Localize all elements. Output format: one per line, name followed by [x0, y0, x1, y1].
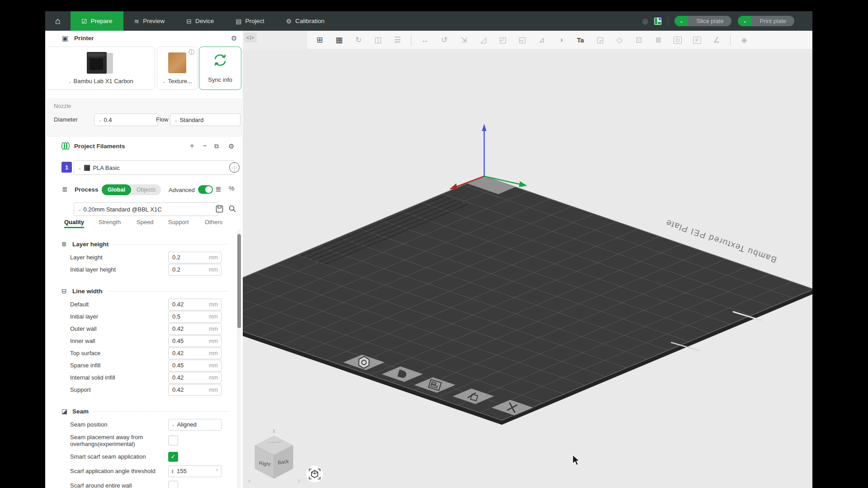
plate-snapshot-button[interactable]	[306, 465, 324, 483]
scope-global[interactable]: Global	[102, 184, 131, 195]
mouse-cursor	[573, 455, 580, 465]
outer-wall-input[interactable]: 0.42mm	[168, 323, 222, 335]
seam-icon: ◪	[61, 408, 72, 415]
layer-height-input[interactable]: 0.2mm	[168, 252, 222, 263]
search-preset-icon[interactable]	[228, 205, 236, 213]
add-filament-button[interactable]: +	[190, 142, 194, 150]
collapse-sidebar-button[interactable]: <|>	[244, 33, 257, 42]
filament-select[interactable]: ⌄ PLA Basic	[74, 160, 235, 175]
top-bar-right: ◎ ⌄ Slice plate ⌄ Print plate	[642, 11, 812, 31]
settings-scrollbar-thumb[interactable]	[237, 234, 241, 328]
scene-3d[interactable]: Bambu Textured PEI PlateRightBackzxy	[243, 31, 812, 488]
text-icon[interactable]: Ta	[575, 34, 586, 46]
setting-row: Seam placement away from overhangs(exper…	[70, 433, 229, 448]
initial-layer-height-input[interactable]: 0.2mm	[168, 264, 222, 276]
setting-row: Initial layer height0.2mm	[70, 263, 229, 276]
support-input[interactable]: 0.42mm	[168, 384, 222, 396]
smart-scarf-seam-application-checkbox[interactable]: ✓	[168, 452, 178, 462]
tab-device[interactable]: ⊟Device	[175, 11, 225, 31]
sidebar: ▣ Printer ⚙ ⌄Bambu Lab X1 Carbon ⓘ ⌄Text…	[45, 31, 243, 488]
scarf-around-entire-wall-checkbox[interactable]	[168, 481, 178, 488]
seam-placement-away-from-overhangs-exper-checkbox[interactable]	[168, 436, 178, 446]
prepare-icon: ☑	[81, 18, 87, 25]
setting-row: Scarf application angle threshold▲▼155°	[70, 465, 229, 477]
setting-row: Inner wall0.45mm	[70, 335, 229, 347]
group-divider	[113, 244, 229, 244]
filament-type-icon	[84, 165, 90, 171]
print-plate-button[interactable]: ⌄ Print plate	[738, 16, 794, 26]
advanced-label: Advanced	[169, 187, 195, 193]
move-icon: ↔	[419, 34, 431, 46]
print-plate-label[interactable]: Print plate	[751, 16, 794, 26]
printer-settings-gear-icon[interactable]: ⚙	[231, 34, 237, 42]
split-plate-icon: ☰	[392, 34, 403, 46]
scale-icon: ⇲	[458, 34, 470, 46]
info-icon[interactable]: ⓘ	[189, 48, 194, 56]
network-status-icon[interactable]: ◎	[642, 17, 648, 25]
tab-others[interactable]: Others	[205, 219, 222, 225]
chevron-down-icon: ⌄	[162, 79, 166, 84]
nozzle-flow-select[interactable]: ⌄Standard	[170, 113, 241, 126]
inner-wall-input[interactable]: 0.45mm	[168, 335, 222, 347]
process-icon: ≣	[62, 185, 68, 193]
objects-table-icon: O	[672, 34, 684, 46]
add-icon[interactable]: ⊞	[314, 34, 326, 46]
printer-section-title: Printer	[74, 35, 94, 42]
build-plate-card[interactable]: ⓘ ⌄Texture...	[157, 47, 198, 90]
compare-preset-icon[interactable]: %	[229, 185, 234, 192]
ams-sync-icon[interactable]: ⧉	[214, 142, 219, 150]
viewport-top-strip: <|> ⊞▦↻◫☰↔↺⇲◿◰◱⊿◑Ta◲◇⊡≣OP∠◈	[243, 31, 812, 50]
chevron-down-icon: ⌄	[68, 79, 71, 84]
build-plate[interactable]: Bambu Textured PEI Plate	[243, 176, 812, 420]
tab-prepare[interactable]: ☑Prepare	[71, 11, 123, 31]
plate-texture-image	[168, 52, 186, 73]
filament-settings-gear-icon[interactable]: ⚙	[228, 142, 234, 150]
scarf-application-angle-threshold-spinner[interactable]: ▲▼155°	[168, 465, 222, 477]
tab-support[interactable]: Support	[168, 219, 189, 225]
save-preset-icon[interactable]	[216, 205, 223, 213]
process-preset-select[interactable]: ⌄ 0.20mm Standard @BBL X1C	[74, 202, 218, 216]
filament-slot-badge[interactable]: 1	[61, 162, 72, 173]
group-header-seam: ◪Seam	[61, 405, 235, 418]
tab-quality[interactable]: Quality	[64, 219, 84, 228]
tab-label: Preview	[143, 18, 165, 24]
tab-speed[interactable]: Speed	[137, 219, 154, 225]
internal-solid-infill-input[interactable]: 0.42mm	[168, 372, 222, 384]
option-list-icon[interactable]: ≣	[215, 185, 221, 193]
seam-position-select[interactable]: ⌄Aligned	[168, 419, 222, 431]
tab-label: Prepare	[91, 18, 113, 24]
add-plate-icon[interactable]: ▦	[333, 34, 345, 46]
default-input[interactable]: 0.42mm	[168, 299, 222, 310]
split-to-objects-icon: ◰	[497, 34, 509, 46]
top-surface-input[interactable]: 0.42mm	[168, 347, 222, 359]
tab-project[interactable]: ▤Project	[225, 11, 275, 31]
plate-type[interactable]: ⌄Texture...	[157, 78, 197, 84]
group-divider	[93, 411, 229, 412]
tab-label: Calibration	[295, 18, 325, 24]
workspace-layout-icon[interactable]	[654, 18, 661, 25]
remove-filament-button[interactable]: −	[203, 142, 207, 150]
advanced-toggle[interactable]	[198, 185, 213, 194]
slice-plate-button[interactable]: ⌄ Slice plate	[675, 16, 731, 26]
top-bar: ⌂ ☑Prepare≋Preview⊟Device▤Project⚙Calibr…	[45, 11, 812, 31]
process-scope-toggle[interactable]: Global Objects	[102, 184, 161, 195]
printer-name[interactable]: ⌄Bambu Lab X1 Carbon	[47, 78, 154, 84]
chevron-down-icon: ⌄	[174, 117, 178, 122]
navigation-cube[interactable]: RightBackzxy	[248, 428, 300, 483]
sync-info-button[interactable]: Sync info	[199, 47, 241, 90]
tab-preview[interactable]: ≋Preview	[123, 11, 176, 31]
scope-objects[interactable]: Objects	[131, 184, 161, 195]
home-button[interactable]: ⌂	[45, 11, 71, 31]
initial-layer-input[interactable]: 0.5mm	[168, 311, 222, 323]
tab-strength[interactable]: Strength	[99, 219, 121, 225]
viewport-3d[interactable]: Bambu Textured PEI PlateRightBackzxy <|>…	[243, 31, 812, 488]
sync-info-label: Sync info	[199, 76, 241, 83]
slice-plate-label[interactable]: Slice plate	[688, 16, 731, 26]
tab-calibration[interactable]: ⚙Calibration	[275, 11, 335, 31]
slice-dropdown-icon[interactable]: ⌄	[675, 16, 688, 26]
sparse-infill-input[interactable]: 0.45mm	[168, 360, 222, 371]
print-dropdown-icon[interactable]: ⌄	[738, 16, 751, 26]
nozzle-diameter-select[interactable]: ⌄0.4	[94, 113, 158, 126]
filament-more-button[interactable]: ···	[229, 162, 240, 173]
printer-card[interactable]: ⌄Bambu Lab X1 Carbon	[47, 47, 155, 90]
